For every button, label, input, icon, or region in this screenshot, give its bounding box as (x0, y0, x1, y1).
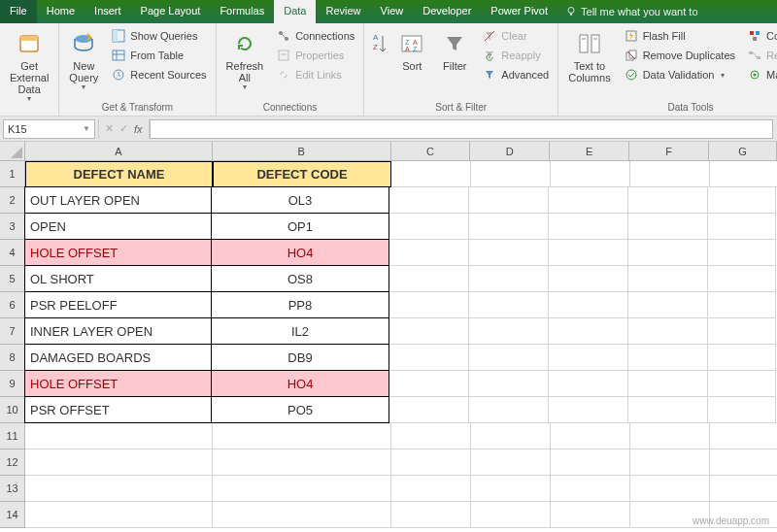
cell[interactable] (630, 449, 710, 476)
cell[interactable]: IL2 (211, 317, 389, 345)
cell[interactable] (628, 397, 708, 423)
cell[interactable] (710, 449, 777, 476)
clear-button[interactable]: Clear (479, 27, 552, 45)
formula-input[interactable] (150, 119, 773, 139)
cell[interactable]: OPEN (24, 213, 212, 240)
col-header[interactable]: G (709, 142, 777, 160)
row-header[interactable]: 8 (0, 345, 25, 371)
cell[interactable] (389, 187, 469, 214)
cell[interactable] (630, 161, 710, 187)
cell[interactable] (471, 161, 551, 187)
cells[interactable]: DEFECT NAMEDEFECT CODEOUT LAYER OPENOL3O… (25, 161, 777, 528)
cell[interactable]: INNER LAYER OPEN (24, 317, 212, 345)
col-header[interactable]: A (25, 142, 213, 160)
cell[interactable] (708, 187, 776, 214)
properties-button[interactable]: Properties (273, 47, 357, 64)
tab-formulas[interactable]: Formulas (210, 0, 274, 23)
cell[interactable]: PSR PEELOFF (24, 291, 212, 318)
cell[interactable] (389, 266, 469, 292)
sort-az-button[interactable]: AZ (368, 25, 389, 60)
cell[interactable] (628, 292, 708, 318)
cell[interactable] (469, 292, 549, 318)
cell[interactable] (710, 161, 777, 187)
tab-insert[interactable]: Insert (84, 0, 131, 23)
cell[interactable] (710, 476, 777, 502)
cell[interactable] (549, 397, 628, 423)
cell[interactable] (469, 187, 549, 214)
row-header[interactable]: 14 (0, 502, 25, 528)
cell[interactable] (628, 266, 708, 292)
cell[interactable] (391, 423, 471, 449)
cell[interactable] (708, 266, 776, 292)
cell[interactable] (391, 449, 471, 476)
row-header[interactable]: 1 (0, 161, 25, 187)
tell-me-search[interactable]: Tell me what you want to (557, 0, 705, 23)
cell[interactable] (469, 266, 549, 292)
cell[interactable] (708, 240, 776, 266)
cell[interactable] (549, 240, 628, 266)
filter-button[interactable]: Filter (434, 25, 475, 74)
cell[interactable] (551, 161, 630, 187)
row-header[interactable]: 2 (0, 187, 25, 214)
cell[interactable] (25, 449, 213, 476)
show-queries-button[interactable]: Show Queries (108, 27, 209, 45)
row-header[interactable]: 13 (0, 476, 25, 502)
cell[interactable]: PO5 (211, 396, 389, 423)
tab-file[interactable]: File (0, 0, 37, 23)
cell[interactable] (469, 397, 549, 423)
cell[interactable]: OP1 (211, 213, 389, 240)
advanced-button[interactable]: Advanced (479, 66, 552, 83)
cell[interactable] (25, 502, 213, 528)
row-header[interactable]: 6 (0, 292, 25, 318)
cell[interactable] (549, 292, 628, 318)
row-header[interactable]: 11 (0, 423, 25, 449)
cell[interactable]: HOLE OFFSET (24, 239, 212, 266)
cell[interactable] (469, 240, 549, 266)
cell[interactable] (551, 449, 630, 476)
cell[interactable] (391, 502, 471, 528)
cell[interactable] (549, 371, 628, 397)
row-header[interactable]: 12 (0, 449, 25, 476)
cell[interactable] (25, 476, 213, 502)
cell[interactable] (213, 449, 391, 476)
cell[interactable] (549, 214, 628, 240)
from-table-button[interactable]: From Table (108, 47, 209, 64)
cell[interactable] (471, 502, 551, 528)
cell[interactable] (551, 502, 630, 528)
cell[interactable] (549, 345, 628, 371)
cell[interactable] (708, 318, 776, 345)
row-header[interactable]: 9 (0, 371, 25, 397)
recent-sources-button[interactable]: Recent Sources (108, 66, 209, 83)
cell[interactable] (628, 371, 708, 397)
edit-links-button[interactable]: Edit Links (273, 66, 357, 83)
cell[interactable] (469, 214, 549, 240)
cell[interactable]: OS8 (211, 265, 389, 292)
cell[interactable] (630, 423, 710, 449)
reapply-button[interactable]: Reapply (479, 47, 552, 64)
cell[interactable] (471, 476, 551, 502)
cell[interactable] (708, 214, 776, 240)
name-box[interactable]: K15 ▼ (3, 119, 95, 139)
fx-icon[interactable]: fx (134, 123, 143, 135)
cell[interactable]: DEFECT CODE (213, 161, 391, 187)
cell[interactable] (708, 345, 776, 371)
col-header[interactable]: E (550, 142, 629, 160)
cell[interactable] (549, 187, 628, 214)
enter-icon[interactable]: ✓ (119, 122, 128, 135)
cell[interactable] (628, 318, 708, 345)
cell[interactable] (708, 397, 776, 423)
tab-page-layout[interactable]: Page Layout (131, 0, 211, 23)
sort-button[interactable]: ZAAZ Sort (391, 25, 432, 74)
tab-home[interactable]: Home (37, 0, 84, 23)
tab-review[interactable]: Review (316, 0, 370, 23)
cell[interactable]: PSR OFFSET (24, 396, 212, 423)
cell[interactable] (630, 476, 710, 502)
cell[interactable] (708, 371, 776, 397)
cell[interactable] (213, 423, 391, 449)
consolidate-button[interactable]: Consolida (744, 27, 777, 45)
cell[interactable] (389, 240, 469, 266)
select-all-button[interactable] (0, 142, 25, 160)
cell[interactable]: OUT LAYER OPEN (24, 186, 212, 214)
text-to-columns-button[interactable]: Text to Columns (562, 25, 616, 85)
cell[interactable] (471, 423, 551, 449)
